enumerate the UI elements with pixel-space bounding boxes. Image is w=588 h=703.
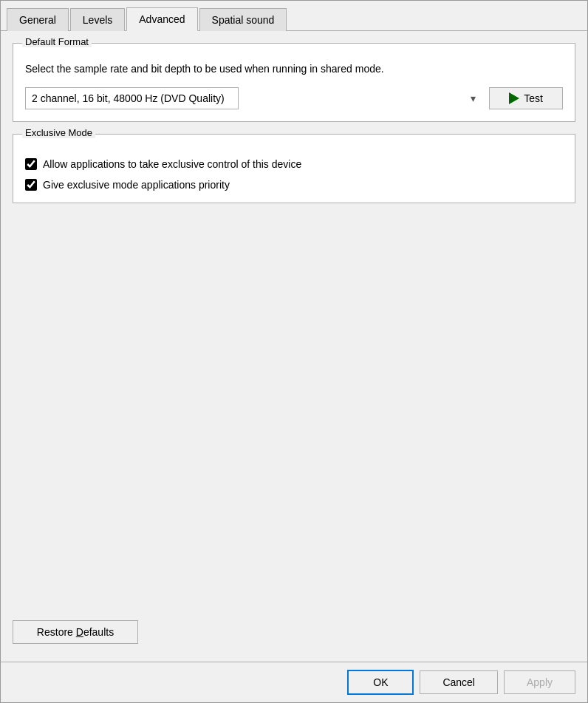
ok-button[interactable]: OK [347,670,414,695]
default-format-group: Default Format Select the sample rate an… [13,43,575,122]
test-button[interactable]: Test [489,87,563,109]
exclusive-mode-group: Exclusive Mode Allow applications to tak… [13,134,575,203]
tab-advanced[interactable]: Advanced [126,7,197,31]
exclusive-priority-label: Give exclusive mode applications priorit… [43,179,230,191]
restore-section: Restore Defaults [13,620,575,644]
format-row: 2 channel, 16 bit, 48000 Hz (DVD Quality… [25,87,563,109]
format-select-wrapper: 2 channel, 16 bit, 48000 Hz (DVD Quality… [25,87,482,109]
tab-bar: General Levels Advanced Spatial sound [1,1,587,31]
default-format-title: Default Format [22,36,92,47]
exclusive-mode-content: Allow applications to take exclusive con… [25,158,563,191]
default-format-content: Select the sample rate and bit depth to … [25,61,563,109]
restore-defaults-button[interactable]: Restore Defaults [13,620,138,644]
spacer [13,215,575,608]
exclusive-control-label: Allow applications to take exclusive con… [43,158,301,170]
exclusive-priority-row: Give exclusive mode applications priorit… [25,179,563,191]
tab-levels[interactable]: Levels [70,8,125,31]
tab-spatial-sound[interactable]: Spatial sound [199,8,287,31]
format-select[interactable]: 2 channel, 16 bit, 48000 Hz (DVD Quality… [25,87,239,109]
test-button-label: Test [524,92,543,104]
default-format-description: Select the sample rate and bit depth to … [25,61,563,77]
exclusive-control-row: Allow applications to take exclusive con… [25,158,563,170]
exclusive-control-checkbox[interactable] [25,158,37,170]
tab-general[interactable]: General [7,8,69,31]
cancel-button[interactable]: Cancel [420,670,498,694]
exclusive-mode-title: Exclusive Mode [22,127,95,138]
restore-underline: D [76,626,83,638]
play-icon [509,92,519,104]
dialog: General Levels Advanced Spatial sound De… [0,0,588,703]
content-area: Default Format Select the sample rate an… [1,31,587,662]
button-bar: OK Cancel Apply [1,662,587,702]
apply-button[interactable]: Apply [504,670,575,694]
exclusive-priority-checkbox[interactable] [25,179,37,191]
